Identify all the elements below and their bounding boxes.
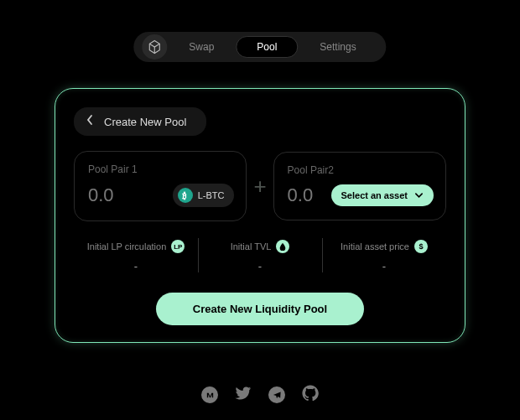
pair-1-asset-chip[interactable]: ₿ L-BTC [173,184,235,207]
pair-2-box: Pool Pair2 0.0 Select an asset [273,152,446,220]
nav-swap[interactable]: Swap [174,36,229,58]
stat-price-label: Initial asset price [341,241,409,251]
card-title: Create New Pool [104,116,186,128]
stat-tvl-label: Initial TVL [231,241,272,251]
dollar-icon: $ [414,240,428,253]
stat-price-value: - [329,260,439,272]
pair-2-label: Pool Pair2 [288,164,434,176]
create-pool-card: Create New Pool Pool Pair 1 0.0 ₿ L-BTC … [55,88,465,343]
twitter-icon[interactable] [235,385,252,405]
stat-lp-label: Initial LP circulation [87,241,167,251]
pair-1-value[interactable]: 0.0 [88,184,114,206]
card-title-row[interactable]: Create New Pool [74,107,206,136]
stat-lp-value: - [81,260,191,272]
logo-icon [142,34,167,60]
create-pool-button[interactable]: Create New Liquidity Pool [156,293,364,325]
select-asset-button[interactable]: Select an asset [331,184,434,206]
stat-tvl: Initial TVL - [198,236,322,274]
footer-links [201,385,319,405]
stat-tvl-value: - [205,260,315,272]
pair-1-box: Pool Pair 1 0.0 ₿ L-BTC [74,151,247,221]
nav-settings[interactable]: Settings [304,36,371,58]
github-icon[interactable] [302,385,319,405]
top-nav: Swap Pool Settings [133,32,386,62]
chevron-down-icon [414,190,424,200]
stat-price: Initial asset price $ - [322,236,446,274]
pair-1-asset-label: L-BTC [198,190,225,200]
medium-icon[interactable] [201,386,218,403]
bitcoin-icon: ₿ [178,188,193,203]
stat-lp: Initial LP circulation LP - [74,236,198,274]
stats-row: Initial LP circulation LP - Initial TVL … [74,236,446,274]
select-asset-label: Select an asset [341,190,408,200]
pair-inputs: Pool Pair 1 0.0 ₿ L-BTC + Pool Pair2 0.0… [74,151,446,221]
nav-pool[interactable]: Pool [236,36,298,58]
pair-2-value[interactable]: 0.0 [288,184,314,206]
drop-icon [276,240,289,253]
telegram-icon[interactable] [268,386,285,403]
plus-icon: + [247,174,273,200]
lp-icon: LP [171,240,185,253]
pair-1-label: Pool Pair 1 [88,163,234,175]
svg-text:$: $ [419,242,423,251]
back-icon[interactable] [86,114,94,129]
